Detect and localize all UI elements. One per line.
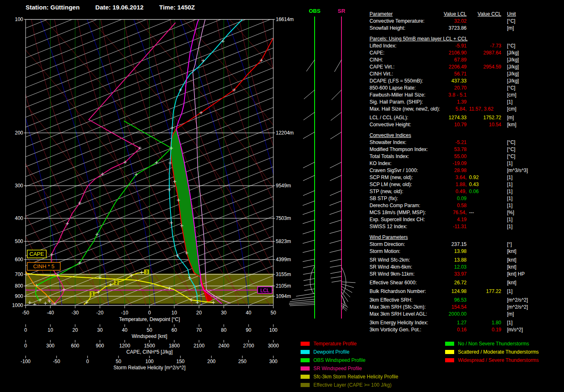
param-label: Effective Shear 6000:: [370, 279, 431, 286]
altitude-label: 5823m: [276, 239, 291, 244]
axis-tick-label: 10: [47, 327, 53, 333]
table-row: SR Wind Sfc-2km:13.88[knt]: [370, 257, 560, 264]
legend-item-severity: No / Non Severe Thunderstorms: [445, 340, 539, 348]
param-value-lcl: 33.97: [431, 271, 467, 278]
axis-tick-label: 100: [145, 359, 154, 364]
axis-tick-label: 2400: [218, 343, 230, 349]
param-value-ccl: 0.06: [467, 188, 501, 195]
axis-tick-label: 50: [270, 310, 276, 316]
param-unit: [°C]: [501, 18, 560, 25]
param-value-ccl: [467, 202, 501, 209]
param-value-ccl: [467, 160, 501, 167]
axis-tick-label: 0: [86, 359, 89, 364]
legend-swatch: [301, 375, 310, 379]
param-value-lcl: 0.16: [431, 326, 467, 333]
param-label: 3km Effective SRH:: [370, 297, 431, 304]
table-row: CINH Virt.:56.71[J/kg]: [370, 71, 560, 78]
param-value-ccl: [467, 78, 501, 85]
param-unit: [m/s^2]: [501, 326, 560, 333]
legend-label: SR Windspeed Profile: [313, 366, 362, 371]
legend-label: Dewpoint Profile: [313, 349, 349, 355]
svg-text:3: 3: [145, 270, 148, 274]
table-row: CAPE Virt.:2206.492954.59[J/kg]: [370, 64, 560, 71]
param-value-ccl: 0.92: [467, 174, 501, 181]
param-value-lcl: 237.15: [431, 241, 467, 248]
param-label: SB STP (fix):: [370, 195, 431, 202]
axis-tick-label: 1500: [144, 343, 155, 349]
table-row: Convective Temperature:32.02[°C]: [370, 18, 560, 25]
legend-swatch: [445, 358, 454, 362]
param-value-lcl: 32.02: [431, 18, 467, 25]
param-value-lcl: 437.33: [431, 78, 467, 85]
param-value-ccl: [467, 99, 501, 106]
table-row: Storm Motion:13.98[knt]: [370, 248, 560, 255]
param-label: SR Wind 9km-11km:: [370, 271, 431, 278]
param-unit: [m]: [501, 25, 560, 32]
param-label: 850-600 Lapse Rate:: [370, 85, 431, 92]
axis-tick-label: -30: [71, 310, 79, 316]
param-unit: [°C]: [501, 146, 560, 153]
table-row: MCS 18m/s (MMP, MSP):76.54,---[%]: [370, 209, 560, 216]
param-unit: [1]: [501, 188, 560, 195]
param-value-ccl: [467, 167, 501, 174]
axis-tick-label: -40: [47, 310, 54, 316]
param-value-ccl: ---: [467, 209, 501, 216]
altitude-label: 9549m: [276, 183, 291, 189]
param-value-lcl: 76.54,: [431, 209, 467, 216]
param-value-ccl: [467, 92, 501, 99]
param-label: Derecho Comp Param:: [370, 202, 431, 209]
table-row: Sig. Hail Param. (SHIP):1.39[1]: [370, 99, 560, 106]
param-unit: [1]: [501, 216, 560, 223]
table-section-title: Parcels: Using 50mB mean layer LCL + CCL: [370, 35, 560, 43]
svg-text:2: 2: [115, 281, 118, 285]
param-unit: [knt]: [501, 257, 560, 264]
param-value-ccl: 10.54: [467, 121, 501, 128]
param-value-ccl: -7.73: [467, 43, 501, 50]
param-value-ccl: [467, 71, 501, 78]
table-row: 3km Energy Helicity Index:1.271.80[1]: [370, 319, 560, 326]
axis-tick-label: 1200: [119, 343, 130, 349]
param-label: DCAPE (LFS = 550mB):: [370, 78, 431, 85]
axis-tick-label: -10: [121, 310, 128, 316]
param-value-ccl: 177.22: [467, 288, 501, 295]
table-header-row: ParameterValue LCLValue CCLUnit: [370, 11, 560, 18]
legend-item-profile: OBS Windspeed Profile: [301, 356, 398, 364]
svg-text:SR: SR: [338, 8, 346, 14]
parameter-table: ParameterValue LCLValue CCLUnitConvectiv…: [370, 11, 560, 333]
pressure-label: 600: [15, 257, 23, 262]
param-value-ccl: [467, 195, 501, 202]
axis-tick-label: -50: [22, 310, 29, 316]
col-parameter: Parameter: [370, 11, 431, 18]
axis-tick-label: 20: [196, 310, 202, 316]
axis-tick-label: 80: [221, 327, 227, 333]
axis-tick-label: 10: [171, 310, 177, 316]
table-row: Exp. Supercell Index CH:4.19[1]: [370, 216, 560, 223]
legend-swatch: [301, 342, 310, 346]
param-value-ccl: [467, 153, 501, 160]
param-unit: [cm]: [501, 92, 560, 99]
axis-tick-label: 20: [72, 327, 78, 333]
param-value-lcl: 4.19: [431, 216, 467, 223]
param-value-ccl: [467, 304, 501, 311]
legend-item-severity: Scattered / Moderate Thunderstorms: [445, 348, 539, 356]
altitude-label: 7503m: [276, 215, 291, 221]
param-label: Modified Thompson Index:: [370, 146, 431, 153]
axis-tick-label: 100: [269, 327, 277, 333]
altitude-label: 2105m: [276, 283, 291, 289]
param-unit: [1]: [501, 174, 560, 181]
param-label: SR Wind 4km-6km:: [370, 264, 431, 271]
param-value-lcl: -5.91: [431, 43, 467, 50]
param-label: Craven SigSvr / 1000:: [370, 167, 431, 174]
axis-tick-label: 30: [221, 310, 227, 316]
param-unit: [°C]: [501, 139, 560, 146]
lcl-label-box: LCL: [258, 287, 272, 293]
axis-tick-label: 0: [148, 310, 151, 316]
table-row: Storm Direction:237.15[°]: [370, 241, 560, 248]
axis-tick-label: 0: [24, 343, 27, 349]
axis-tick-label: 0: [24, 327, 27, 333]
table-row: Max 3km SRH Level AGL:2000.00[m]: [370, 311, 560, 318]
pressure-label: 500: [15, 239, 23, 244]
table-row: CAPE:2106.902987.64[J/kg]: [370, 50, 560, 57]
param-value-lcl: 1274.33: [431, 114, 467, 121]
param-value-lcl: 1.27: [431, 319, 467, 326]
